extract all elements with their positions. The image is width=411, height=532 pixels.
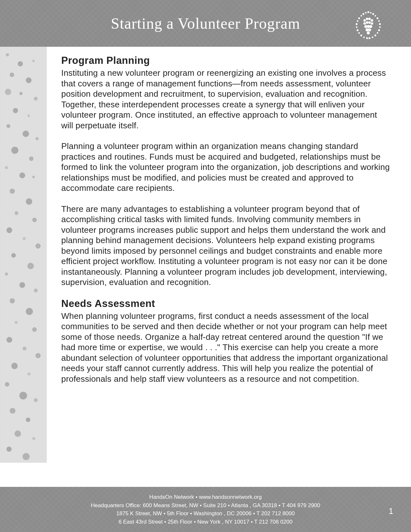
svg-point-18 — [377, 32, 378, 34]
decorative-sidebar — [0, 47, 47, 463]
footer-line: 1875 K Street, NW • 5th Floor • Washingt… — [116, 509, 295, 518]
handson-logo-icon — [353, 10, 384, 40]
paragraph: Instituting a new volunteer program or r… — [61, 68, 390, 131]
svg-point-26 — [366, 18, 368, 20]
section-heading: Needs Assessment — [61, 298, 390, 310]
svg-point-30 — [366, 21, 368, 24]
svg-point-29 — [363, 22, 366, 25]
document-title: Starting a Volunteer Program — [111, 15, 300, 32]
document-header: Starting a Volunteer Program — [0, 0, 411, 47]
svg-point-6 — [375, 15, 376, 17]
svg-point-2 — [370, 12, 372, 14]
svg-point-23 — [366, 37, 368, 39]
paragraph: When planning volunteer programs, first … — [61, 311, 390, 384]
svg-point-4 — [372, 13, 374, 15]
document-footer: HandsOn Network • www.handsonnetwork.org… — [0, 487, 411, 532]
svg-point-27 — [368, 18, 371, 20]
footer-line: Headquarters Office: 600 Means Street, N… — [91, 501, 320, 510]
svg-point-16 — [378, 29, 380, 31]
svg-point-10 — [378, 20, 380, 22]
svg-point-19 — [360, 34, 362, 36]
footer-line: HandsOn Network • www.handsonnetwork.org — [149, 493, 262, 501]
svg-point-8 — [377, 17, 378, 19]
svg-point-11 — [356, 23, 358, 25]
page-number: 1 — [389, 505, 393, 517]
svg-point-25 — [363, 19, 366, 22]
paragraph: There are many advantages to establishin… — [61, 204, 390, 288]
svg-point-24 — [368, 37, 370, 39]
svg-point-15 — [357, 29, 358, 31]
footer-line: 6 East 43rd Street • 25th Floor • New Yo… — [119, 518, 293, 526]
svg-point-12 — [379, 23, 381, 25]
svg-point-35 — [369, 25, 372, 28]
svg-point-9 — [357, 20, 358, 22]
svg-point-22 — [372, 36, 373, 38]
svg-point-21 — [363, 36, 365, 38]
svg-point-37 — [368, 28, 371, 32]
section-heading: Program Planning — [61, 55, 390, 66]
svg-point-1 — [365, 12, 367, 14]
svg-point-7 — [358, 17, 360, 19]
svg-point-0 — [367, 11, 369, 13]
svg-point-14 — [379, 26, 381, 28]
svg-point-20 — [375, 34, 377, 36]
svg-point-13 — [356, 26, 357, 28]
svg-point-38 — [367, 31, 370, 34]
svg-point-5 — [360, 15, 362, 17]
svg-point-17 — [358, 32, 360, 34]
svg-point-31 — [368, 21, 371, 24]
svg-point-3 — [362, 13, 364, 15]
svg-point-32 — [371, 22, 373, 25]
svg-point-28 — [371, 19, 373, 22]
document-body: Program Planning Instituting a new volun… — [61, 55, 390, 394]
paragraph: Planning a volunteer program within an o… — [61, 141, 390, 193]
